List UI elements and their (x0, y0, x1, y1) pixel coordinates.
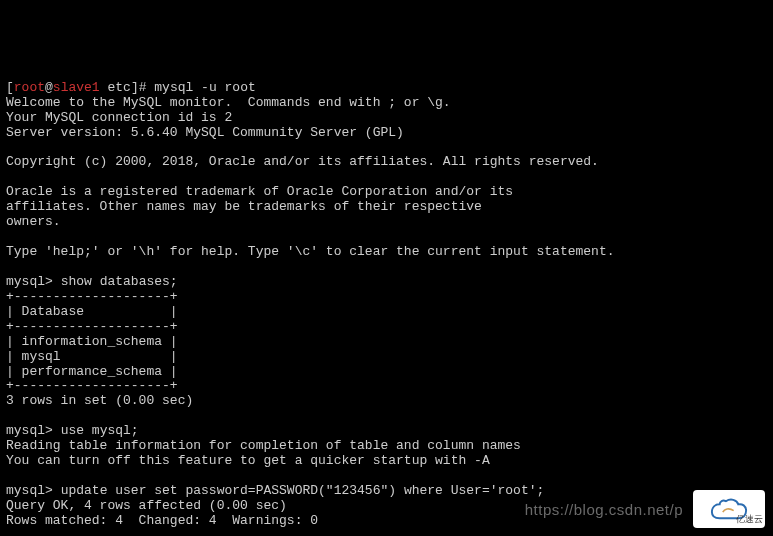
prompt-cwd: etc (107, 80, 130, 95)
trademark-line-3: owners. (6, 214, 61, 229)
table-row: | mysql | (6, 349, 178, 364)
table-row: | performance_schema | (6, 364, 178, 379)
copyright-line: Copyright (c) 2000, 2018, Oracle and/or … (6, 154, 599, 169)
prompt-user: root (14, 80, 45, 95)
prompt-host: slave1 (53, 80, 100, 95)
table-header: | Database | (6, 304, 178, 319)
welcome-line-1: Welcome to the MySQL monitor. Commands e… (6, 95, 451, 110)
welcome-line-2: Your MySQL connection id is 2 (6, 110, 232, 125)
table-border: +--------------------+ (6, 289, 178, 304)
csdn-watermark: https://blog.csdn.net/p (525, 501, 683, 518)
mysql-prompt[interactable]: mysql> show databases; (6, 274, 178, 289)
table-row: | information_schema | (6, 334, 178, 349)
welcome-line-3: Server version: 5.6.40 MySQL Community S… (6, 125, 404, 140)
trademark-line-2: affiliates. Other names may be trademark… (6, 199, 482, 214)
update-output-2: Rows matched: 4 Changed: 4 Warnings: 0 (6, 513, 318, 528)
table-summary: 3 rows in set (0.00 sec) (6, 393, 193, 408)
table-border: +--------------------+ (6, 378, 178, 393)
help-hint: Type 'help;' or '\h' for help. Type '\c'… (6, 244, 615, 259)
shell-prompt-line[interactable]: [root@slave1 etc]# mysql -u root (6, 80, 256, 95)
update-output-1: Query OK, 4 rows affected (0.00 sec) (6, 498, 287, 513)
cmd-use-mysql: use mysql; (61, 423, 139, 438)
mysql-prompt[interactable]: mysql> use mysql; (6, 423, 139, 438)
mysql-prompt[interactable]: mysql> update user set password=PASSWORD… (6, 483, 544, 498)
terminal-output: [root@slave1 etc]# mysql -u root Welcome… (6, 66, 767, 536)
use-output-2: You can turn off this feature to get a q… (6, 453, 490, 468)
cmd-show-databases: show databases; (61, 274, 178, 289)
cmd-update-user: update user set password=PASSWORD("12345… (61, 483, 545, 498)
table-border: +--------------------+ (6, 319, 178, 334)
use-output-1: Reading table information for completion… (6, 438, 521, 453)
shell-command: mysql -u root (154, 80, 255, 95)
trademark-line-1: Oracle is a registered trademark of Orac… (6, 184, 513, 199)
prompt-symbol: # (139, 80, 147, 95)
logo-text: 亿速云 (736, 514, 763, 524)
